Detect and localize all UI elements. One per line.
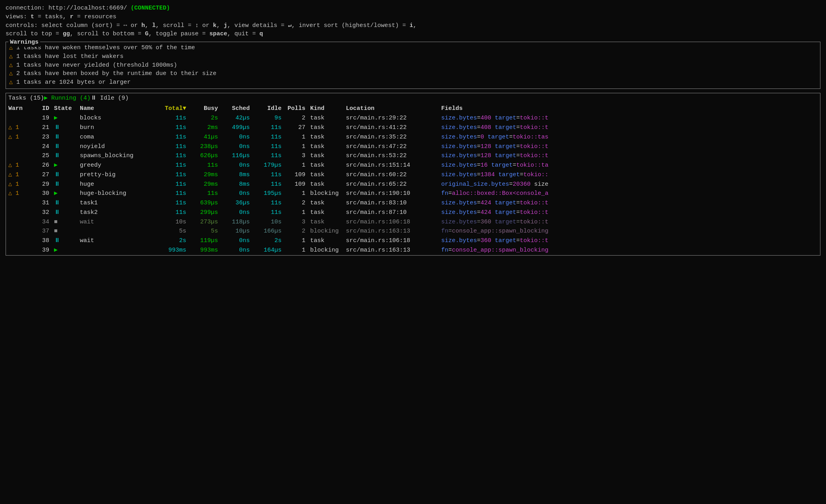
col-header-location[interactable]: Location	[344, 104, 439, 114]
table-row[interactable]: △ 130▶huge-blocking11s11s0ns195µs1blocki…	[6, 189, 820, 198]
cell-id: 39	[30, 246, 52, 255]
table-row[interactable]: 34■wait10s273µs118µs10s3tasksrc/main.rs:…	[6, 217, 820, 227]
cell-idle: 9s	[252, 113, 284, 123]
col-header-total[interactable]: Total▼	[157, 104, 189, 114]
cell-id: 27	[30, 170, 52, 180]
cell-kind: task	[308, 170, 344, 180]
col-header-state[interactable]: State	[52, 104, 77, 114]
cell-total: 11s	[157, 189, 189, 198]
tasks-title: Tasks (15)	[8, 94, 44, 103]
table-row[interactable]: 24⏸noyield11s238µs0ns11s1tasksrc/main.rs…	[6, 142, 820, 152]
col-header-fields[interactable]: Fields	[439, 104, 820, 114]
cell-idle: 11s	[252, 123, 284, 133]
col-header-sched[interactable]: Sched	[220, 104, 252, 114]
col-header-name[interactable]: Name	[77, 104, 157, 114]
cell-fields: size.bytes=424 target=tokio::t	[439, 198, 820, 208]
cell-kind: blocking	[308, 246, 344, 255]
cell-location: src/main.rs:29:22	[344, 113, 439, 123]
cell-sched: 116µs	[220, 151, 252, 161]
table-row[interactable]: 19▶blocks11s2s42µs9s2tasksrc/main.rs:29:…	[6, 113, 820, 123]
cell-polls: 1	[284, 208, 308, 217]
cell-sched: 36µs	[220, 198, 252, 208]
cell-sched: 499µs	[220, 123, 252, 133]
cell-polls: 1	[284, 246, 308, 255]
cell-state: ⏸	[52, 170, 77, 180]
cell-sched: 42µs	[220, 113, 252, 123]
cell-total: 11s	[157, 180, 189, 189]
cell-name: wait	[77, 217, 157, 227]
cell-idle: 2s	[252, 236, 284, 246]
table-row[interactable]: 38⏸wait2s119µs0ns2s1tasksrc/main.rs:106:…	[6, 236, 820, 246]
cell-warn	[6, 198, 30, 208]
table-row[interactable]: 25⏸spawns_blocking11s626µs116µs11s3tasks…	[6, 151, 820, 161]
warning-item: △ 1 tasks are 1024 bytes or larger	[9, 78, 817, 87]
cell-kind: task	[308, 151, 344, 161]
tasks-table: Warn ID State Name Total▼ Busy Sched Idl…	[6, 104, 820, 255]
cell-sched: 0ns	[220, 142, 252, 152]
cell-kind: blocking	[308, 189, 344, 198]
table-row[interactable]: △ 126▶greedy11s11s0ns179µs1tasksrc/main.…	[6, 161, 820, 170]
cell-kind: task	[308, 217, 344, 227]
cell-busy: 2ms	[189, 123, 220, 133]
table-row[interactable]: 39▶993ms993ms0ns164µs1blockingsrc/main.r…	[6, 246, 820, 255]
table-row[interactable]: △ 121⏸burn11s2ms499µs11s27tasksrc/main.r…	[6, 123, 820, 133]
cell-busy: 41µs	[189, 133, 220, 142]
cell-fields: original_size.bytes=20360 size	[439, 180, 820, 189]
cell-fields: size.bytes=0 target=tokio::tas	[439, 133, 820, 142]
cell-polls: 3	[284, 151, 308, 161]
cell-state: ▶	[52, 113, 77, 123]
cell-warn	[6, 236, 30, 246]
cell-state: ■	[52, 227, 77, 236]
cell-location: src/main.rs:60:22	[344, 170, 439, 180]
table-row[interactable]: 32⏸task211s299µs0ns11s1tasksrc/main.rs:8…	[6, 208, 820, 217]
cell-polls: 2	[284, 113, 308, 123]
table-row[interactable]: 31⏸task111s639µs36µs11s2tasksrc/main.rs:…	[6, 198, 820, 208]
cell-busy: 29ms	[189, 180, 220, 189]
cell-state: ⏸	[52, 180, 77, 189]
cell-id: 24	[30, 142, 52, 152]
cell-idle: 11s	[252, 142, 284, 152]
table-row[interactable]: △ 129⏸huge11s29ms8ms11s109tasksrc/main.r…	[6, 180, 820, 189]
cell-warn	[6, 151, 30, 161]
cell-state: ⏸	[52, 123, 77, 133]
cell-id: 19	[30, 113, 52, 123]
cell-id: 34	[30, 217, 52, 227]
cell-state: ▶	[52, 189, 77, 198]
cell-location: src/main.rs:41:22	[344, 123, 439, 133]
col-header-warn: Warn	[6, 104, 30, 114]
cell-id: 25	[30, 151, 52, 161]
cell-state: ⏸	[52, 142, 77, 152]
col-header-polls[interactable]: Polls	[284, 104, 308, 114]
col-header-kind[interactable]: Kind	[308, 104, 344, 114]
cell-sched: 8ms	[220, 180, 252, 189]
cell-idle: 195µs	[252, 189, 284, 198]
cell-state: ⏸	[52, 133, 77, 142]
cell-kind: task	[308, 198, 344, 208]
views-line: views: t = tasks, r = resources	[6, 13, 820, 21]
cell-sched: 0ns	[220, 208, 252, 217]
cell-kind: task	[308, 113, 344, 123]
cell-id: 30	[30, 189, 52, 198]
cell-total: 2s	[157, 236, 189, 246]
cell-busy: 238µs	[189, 142, 220, 152]
col-header-id[interactable]: ID	[30, 104, 52, 114]
cell-id: 37	[30, 227, 52, 236]
cell-polls: 2	[284, 227, 308, 236]
cell-busy: 273µs	[189, 217, 220, 227]
cell-warn	[6, 246, 30, 255]
cell-warn	[6, 217, 30, 227]
cell-total: 11s	[157, 161, 189, 170]
cell-busy: 11s	[189, 189, 220, 198]
col-header-busy[interactable]: Busy	[189, 104, 220, 114]
cell-total: 993ms	[157, 246, 189, 255]
cell-state: ⏸	[52, 151, 77, 161]
cell-id: 23	[30, 133, 52, 142]
table-row[interactable]: △ 123⏸coma11s41µs0ns11s1tasksrc/main.rs:…	[6, 133, 820, 142]
cell-kind: task	[308, 133, 344, 142]
col-header-idle[interactable]: Idle	[252, 104, 284, 114]
cell-sched: 10µs	[220, 227, 252, 236]
table-row[interactable]: 37■5s5s10µs166µs2blockingsrc/main.rs:163…	[6, 227, 820, 236]
cell-total: 11s	[157, 123, 189, 133]
table-row[interactable]: △ 127⏸pretty-big11s29ms8ms11s109tasksrc/…	[6, 170, 820, 180]
cell-warn: △ 1	[6, 170, 30, 180]
